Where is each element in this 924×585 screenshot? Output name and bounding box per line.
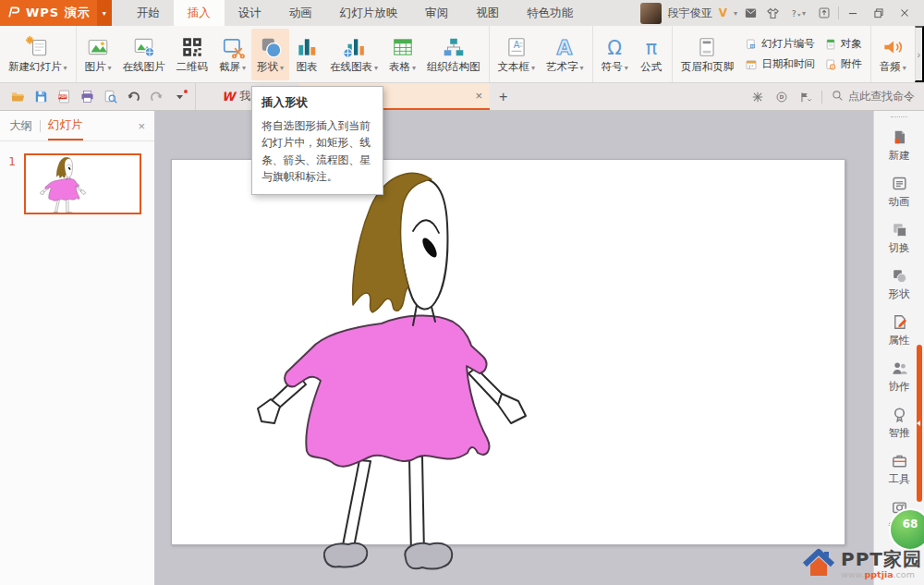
ribbon-button-页眉和页脚[interactable]: 页眉和页脚 bbox=[675, 29, 740, 80]
screenshot-icon bbox=[221, 35, 245, 59]
ribbon-button-音频[interactable]: 音频 bbox=[874, 29, 912, 80]
slides-panel-header: 大纲 幻灯片 × bbox=[0, 111, 154, 141]
ribbon-button-在线图表[interactable]: 在线图表 bbox=[324, 29, 383, 80]
sidebar-item-动画[interactable]: 动画 bbox=[889, 175, 910, 209]
sb-smart-icon bbox=[891, 406, 908, 423]
ribbon-tab-插入[interactable]: 插入 bbox=[174, 0, 225, 26]
sidebar-item-协作[interactable]: 协作 bbox=[889, 360, 910, 394]
redo-icon[interactable] bbox=[146, 87, 166, 107]
ribbon-tab-审阅[interactable]: 审阅 bbox=[411, 0, 462, 26]
sidebar-drag-handle[interactable] bbox=[891, 116, 907, 119]
help-icon[interactable]: ?▾ bbox=[788, 6, 806, 20]
find-command-button[interactable]: 点此查找命令 bbox=[832, 89, 915, 104]
sb-collab-icon bbox=[891, 360, 908, 377]
user-name[interactable]: 段宇俊亚 bbox=[668, 6, 712, 21]
app-name: WPS 演示 bbox=[26, 5, 91, 21]
sidebar-item-属性[interactable]: 属性 bbox=[889, 313, 910, 347]
svg-text:?: ? bbox=[792, 7, 796, 18]
upload-box-icon[interactable] bbox=[812, 0, 836, 26]
ribbon-button-图片[interactable]: 图片 bbox=[79, 29, 117, 80]
ribbon: 新建幻灯片图片在线图片二维码截屏形状图表在线图表表格组织结构图A文本框A艺术字Ω… bbox=[0, 26, 924, 83]
ribbon-expand-icon[interactable]: › bbox=[915, 26, 924, 82]
ribbon-button-符号[interactable]: Ω符号 bbox=[596, 29, 634, 80]
print-preview-icon[interactable] bbox=[100, 87, 120, 107]
ribbon-button-在线图片[interactable]: 在线图片 bbox=[117, 29, 171, 80]
close-icon[interactable] bbox=[893, 0, 917, 26]
wps-logo[interactable]: WPS 演示 ▾ bbox=[0, 0, 112, 26]
watermark-title: PPT家园 bbox=[841, 550, 922, 568]
audio-icon bbox=[881, 35, 905, 59]
ribbon-button-对象[interactable]: 对象 bbox=[824, 38, 862, 51]
insert-shape-tooltip: 插入形状 将自选图形插入到当前幻灯片中，如矩形、线条、箭头、流程图、星与旗帜和标… bbox=[251, 86, 383, 195]
sidebar-item-切换[interactable]: 切换 bbox=[889, 221, 910, 255]
omega-icon: Ω bbox=[602, 35, 626, 59]
ribbon-tab-视图[interactable]: 视图 bbox=[462, 0, 513, 26]
right-sidebar: 新建动画切换形状属性协作智推工具备份 68 bbox=[873, 111, 924, 585]
wps-presentation-window: WPS 演示 ▾ 开始插入设计动画幻灯片放映审阅视图特色功能 段宇俊亚 V ▾ … bbox=[0, 0, 924, 585]
sb-new-icon bbox=[891, 128, 908, 146]
restore-icon[interactable] bbox=[867, 0, 891, 26]
ribbon-button-形状[interactable]: 形状 bbox=[251, 29, 289, 80]
undo-icon[interactable] bbox=[123, 87, 143, 107]
sb-prop-icon bbox=[891, 313, 908, 331]
ribbon-button-公式[interactable]: π公式 bbox=[634, 29, 669, 80]
ribbon-button-文本框[interactable]: A文本框 bbox=[492, 29, 541, 80]
print-icon[interactable] bbox=[77, 87, 97, 107]
customize-caret-icon[interactable] bbox=[169, 87, 189, 107]
sb-trans-icon bbox=[891, 221, 908, 238]
slide-number-icon bbox=[745, 38, 758, 51]
tooltip-body: 将自选图形插入到当前幻灯片中，如矩形、线条、箭头、流程图、星与旗帜和标注。 bbox=[261, 117, 373, 185]
ribbon-tab-设计[interactable]: 设计 bbox=[225, 0, 275, 26]
ribbon-button-幻灯片编号[interactable]: 幻灯片编号 bbox=[745, 38, 815, 51]
ribbon-button-图表[interactable]: 图表 bbox=[289, 29, 324, 80]
open-folder-icon[interactable] bbox=[7, 87, 28, 107]
ribbon-tab-特色功能[interactable]: 特色功能 bbox=[513, 0, 587, 26]
ribbon-tab-动画[interactable]: 动画 bbox=[275, 0, 326, 26]
message-icon[interactable] bbox=[744, 6, 758, 20]
assistant-icon[interactable] bbox=[751, 91, 764, 104]
tab-slides[interactable]: 幻灯片 bbox=[48, 111, 83, 140]
svg-text:D: D bbox=[780, 94, 784, 100]
minimize-icon[interactable] bbox=[841, 0, 865, 26]
header-footer-icon bbox=[695, 35, 719, 59]
tab-outline[interactable]: 大纲 bbox=[9, 111, 32, 140]
new-tab-button[interactable]: + bbox=[490, 83, 517, 110]
ribbon-button-新建幻灯片[interactable]: 新建幻灯片 bbox=[3, 29, 73, 80]
vip-badge: V bbox=[719, 6, 727, 19]
online-chart-icon bbox=[342, 35, 366, 59]
ribbon-tab-strip: 开始插入设计动画幻灯片放映审阅视图特色功能 bbox=[123, 0, 588, 26]
flag-icon[interactable] bbox=[799, 91, 812, 104]
logo-dropdown-icon[interactable]: ▾ bbox=[97, 0, 112, 26]
docer-icon[interactable]: D bbox=[775, 91, 788, 104]
ribbon-button-日期和时间[interactable]: 日期和时间 bbox=[745, 58, 815, 71]
ribbon-tab-幻灯片放映[interactable]: 幻灯片放映 bbox=[326, 0, 412, 26]
sidebar-item-智推[interactable]: 智推 bbox=[889, 406, 910, 440]
ribbon-button-附件[interactable]: 附件 bbox=[824, 58, 862, 71]
title-bar: WPS 演示 ▾ 开始插入设计动画幻灯片放映审阅视图特色功能 段宇俊亚 V ▾ … bbox=[0, 0, 924, 26]
textbox-icon: A bbox=[505, 35, 529, 59]
ribbon-button-截屏[interactable]: 截屏 bbox=[213, 29, 251, 80]
ribbon-tab-开始[interactable]: 开始 bbox=[123, 0, 174, 26]
export-pdf-icon[interactable]: PDF bbox=[54, 87, 74, 107]
tab-close-icon[interactable]: × bbox=[475, 90, 482, 102]
sidebar-item-形状[interactable]: 形状 bbox=[889, 267, 910, 301]
pptjia-watermark: PPT家园 www.pptjia.com bbox=[800, 544, 922, 584]
slides-panel: 大纲 幻灯片 × 1 bbox=[0, 111, 155, 585]
wps-logo-icon bbox=[7, 6, 21, 21]
user-dropdown-icon[interactable]: ▾ bbox=[734, 9, 737, 18]
sidebar-item-工具[interactable]: 工具 bbox=[889, 452, 910, 486]
watermark-url: www.pptjia.com bbox=[841, 570, 922, 579]
slide-surface[interactable] bbox=[171, 159, 845, 545]
sb-shape-icon bbox=[891, 267, 908, 285]
ribbon-button-表格[interactable]: 表格 bbox=[383, 29, 421, 80]
ribbon-button-组织结构图[interactable]: 组织结构图 bbox=[421, 29, 486, 80]
ribbon-button-艺术字[interactable]: A艺术字 bbox=[541, 29, 590, 80]
panel-pull-handle[interactable] bbox=[917, 345, 922, 502]
panel-close-icon[interactable]: × bbox=[138, 119, 145, 133]
save-icon[interactable] bbox=[30, 87, 51, 107]
ribbon-button-二维码[interactable]: 二维码 bbox=[171, 29, 214, 80]
skin-shirt-icon[interactable] bbox=[766, 6, 780, 20]
user-avatar[interactable] bbox=[640, 3, 662, 24]
slide-thumbnail[interactable] bbox=[24, 153, 141, 214]
sidebar-item-新建[interactable]: 新建 bbox=[889, 128, 910, 163]
